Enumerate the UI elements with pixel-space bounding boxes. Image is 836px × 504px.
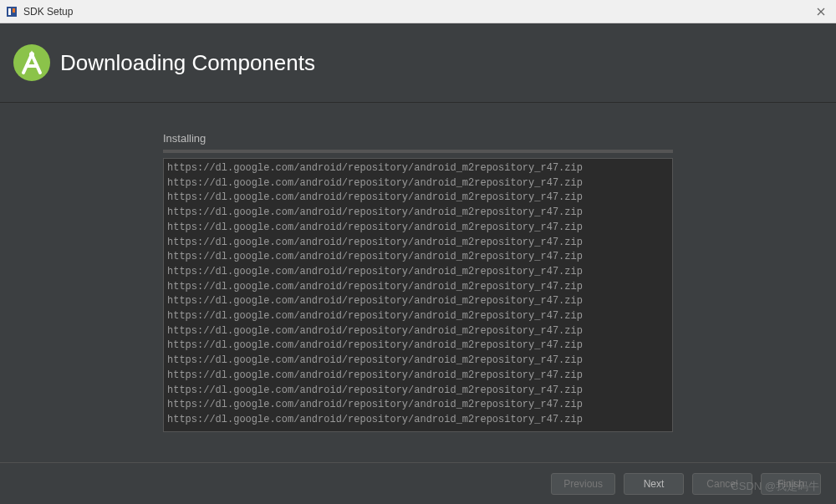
header: Downloading Components xyxy=(0,23,836,103)
log-line: https://dl.google.com/android/repository… xyxy=(166,191,670,206)
previous-button[interactable]: Previous xyxy=(551,473,615,495)
svg-rect-2 xyxy=(13,8,15,13)
android-studio-icon xyxy=(12,43,52,83)
log-line: https://dl.google.com/android/repository… xyxy=(166,398,670,413)
log-line: https://dl.google.com/android/repository… xyxy=(166,161,670,176)
titlebar: SDK Setup xyxy=(0,0,836,23)
footer: Previous Next Cancel Finish xyxy=(0,462,836,504)
log-line: https://dl.google.com/android/repository… xyxy=(166,339,670,354)
app-icon xyxy=(5,5,18,18)
log-line: https://dl.google.com/android/repository… xyxy=(166,236,670,251)
log-line: https://dl.google.com/android/repository… xyxy=(166,176,670,191)
log-line: https://dl.google.com/android/repository… xyxy=(166,294,670,309)
cancel-button[interactable]: Cancel xyxy=(692,473,752,495)
next-button[interactable]: Next xyxy=(624,473,684,495)
log-line: https://dl.google.com/android/repository… xyxy=(166,250,670,265)
log-line: https://dl.google.com/android/repository… xyxy=(166,265,670,280)
log-line: https://dl.google.com/android/repository… xyxy=(166,324,670,339)
log-line: https://dl.google.com/android/repository… xyxy=(166,221,670,236)
close-icon[interactable] xyxy=(813,3,829,20)
svg-rect-0 xyxy=(7,7,17,17)
window-title: SDK Setup xyxy=(23,6,73,18)
installing-label: Installing xyxy=(163,132,673,145)
svg-point-5 xyxy=(13,44,50,81)
progress-bar xyxy=(163,150,673,153)
content-area: Installing https://dl.google.com/android… xyxy=(0,103,836,462)
log-line: https://dl.google.com/android/repository… xyxy=(166,354,670,369)
log-line: https://dl.google.com/android/repository… xyxy=(166,413,670,428)
svg-point-7 xyxy=(29,52,34,57)
svg-rect-1 xyxy=(8,8,11,15)
log-line: https://dl.google.com/android/repository… xyxy=(166,309,670,324)
log-output[interactable]: https://dl.google.com/android/repository… xyxy=(163,158,673,432)
log-line: https://dl.google.com/android/repository… xyxy=(166,206,670,221)
log-line: https://dl.google.com/android/repository… xyxy=(166,369,670,384)
finish-button[interactable]: Finish xyxy=(761,473,821,495)
log-line: https://dl.google.com/android/repository… xyxy=(166,384,670,399)
page-title: Downloading Components xyxy=(60,50,315,76)
log-line: https://dl.google.com/android/repository… xyxy=(166,280,670,295)
